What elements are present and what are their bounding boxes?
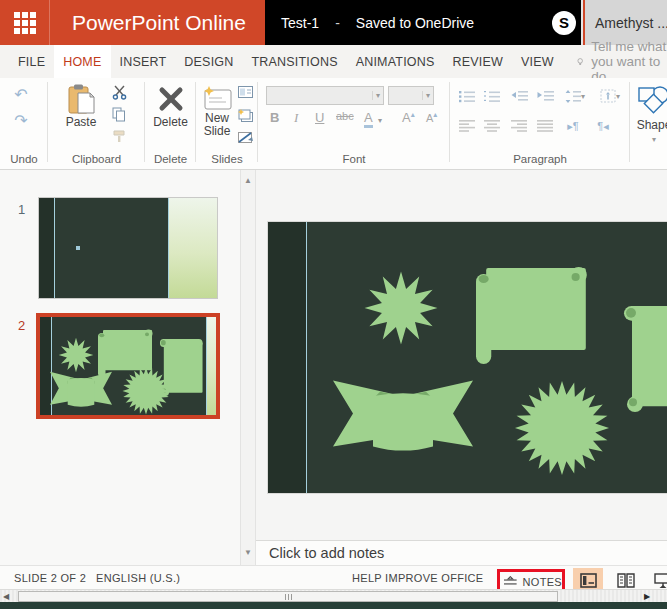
layout-icon[interactable] [236, 84, 254, 100]
duplicate-slide-icon[interactable] [236, 108, 254, 124]
save-status: Saved to OneDrive [356, 15, 474, 31]
text-direction-dropdown[interactable]: ▾ [596, 88, 624, 104]
slide-2-thumbnail-selected[interactable] [36, 313, 220, 419]
shape-button[interactable]: Shape ▾ [632, 84, 667, 146]
justify-icon[interactable] [536, 118, 554, 134]
app-launcher-button[interactable] [0, 0, 50, 45]
shrink-font-button[interactable]: A▴ [426, 110, 437, 124]
slide-1-small-mark [76, 246, 80, 250]
scroll-right-icon[interactable]: ▶ [644, 592, 650, 601]
scroll-left-icon[interactable]: ◀ [3, 592, 9, 601]
skype-button[interactable]: S [547, 0, 583, 45]
tab-animations[interactable]: ANIMATIONS [347, 45, 444, 78]
ltr-text-icon[interactable]: ▸¶ [564, 118, 582, 134]
language-status[interactable]: ENGLISH (U.S.) [96, 572, 180, 584]
numbering-icon[interactable] [483, 88, 501, 104]
group-font: ▾ ▾ B I U abc A ▾ A▴ A▴ Font [258, 78, 450, 169]
font-color-caret-icon[interactable]: ▾ [378, 116, 382, 125]
grow-font-button[interactable]: A▴ [402, 110, 415, 125]
app-bar: PowerPoint Online Test-1 - Saved to OneD… [0, 0, 667, 45]
strikethrough-button[interactable]: abc [336, 110, 354, 122]
slide-1-thumbnail[interactable] [38, 197, 218, 299]
font-size-dropdown[interactable]: ▾ [388, 86, 434, 105]
line-spacing-dropdown[interactable]: ▾ [562, 88, 588, 104]
slide-left-strip [268, 222, 306, 493]
horizontal-scrollbar[interactable]: ◀ ▶ [0, 589, 667, 602]
font-color-button[interactable]: A [364, 110, 373, 128]
tab-design[interactable]: DESIGN [175, 45, 242, 78]
new-slide-label: New Slide [199, 112, 235, 138]
group-label-undo: Undo [0, 153, 48, 165]
slide-guide-line [306, 222, 307, 493]
group-slides: New Slide Slides [196, 78, 258, 169]
paste-button[interactable]: Paste [58, 84, 104, 129]
italic-button[interactable]: I [294, 110, 298, 126]
font-name-dropdown[interactable]: ▾ [266, 86, 384, 105]
powerpoint-online-window: PowerPoint Online Test-1 - Saved to OneD… [0, 0, 667, 609]
horizontal-scroll-shape[interactable] [476, 262, 598, 368]
tab-insert[interactable]: INSERT [111, 45, 176, 78]
new-slide-button[interactable]: New Slide [198, 84, 236, 138]
align-right-icon[interactable] [510, 118, 528, 134]
scroll-down-icon[interactable]: ▼ [241, 548, 255, 557]
shapes-icon [636, 86, 667, 116]
thumb-banner-ribbon [50, 369, 112, 411]
slide-indicator: SLIDE 2 OF 2 [14, 572, 86, 584]
group-label-clipboard: Clipboard [48, 153, 145, 165]
notes-pane[interactable]: Click to add notes [256, 540, 667, 565]
tab-review[interactable]: REVIEW [444, 45, 513, 78]
app-launcher-grid-icon [14, 12, 36, 34]
app-title: PowerPoint Online [72, 0, 246, 45]
undo-icon[interactable]: ↶ [12, 86, 30, 102]
slide-canvas[interactable] [268, 222, 667, 493]
group-paragraph: ▾ ▾ ▸¶ ¶◂ Paragraph [450, 78, 630, 169]
align-left-icon[interactable] [458, 118, 476, 134]
thumb-star-24pt [122, 367, 170, 415]
vertical-scrollbar[interactable]: ▲ ▼ [240, 170, 256, 565]
redo-icon[interactable]: ↷ [12, 112, 30, 128]
tab-view[interactable]: VIEW [512, 45, 563, 78]
font-size-caret-icon: ▾ [422, 91, 433, 100]
star-24pt-shape[interactable] [514, 380, 610, 476]
tell-me-box[interactable]: Tell me what you want to do [577, 45, 667, 78]
workspace: 1 2 [0, 170, 667, 565]
slide-thumbnail-panel: 1 2 [0, 170, 240, 565]
group-label-delete: Delete [145, 153, 196, 165]
new-slide-icon [202, 86, 232, 110]
decrease-indent-icon[interactable] [510, 88, 528, 104]
bullets-icon[interactable] [458, 88, 476, 104]
vertical-scroll-shape[interactable] [620, 306, 667, 414]
horizontal-scroll-thumb[interactable] [18, 591, 558, 602]
rtl-text-icon[interactable]: ¶◂ [594, 118, 612, 134]
banner-ribbon-shape[interactable] [333, 375, 473, 459]
help-improve-office-link[interactable]: HELP IMPROVE OFFICE [352, 572, 483, 584]
group-undo: ↶ ↷ Undo [0, 78, 48, 169]
hide-slide-icon[interactable] [236, 130, 254, 146]
group-delete: Delete Delete [145, 78, 196, 169]
group-label-slides: Slides [196, 153, 258, 165]
delete-button[interactable]: Delete [148, 84, 193, 129]
slide-1-right-panel [168, 198, 217, 298]
tab-file[interactable]: FILE [0, 45, 54, 78]
cut-icon[interactable] [110, 84, 128, 100]
font-name-caret-icon: ▾ [372, 91, 383, 100]
bold-button[interactable]: B [270, 110, 279, 125]
paste-label: Paste [66, 115, 97, 129]
align-center-icon[interactable] [483, 118, 501, 134]
format-painter-icon[interactable] [110, 128, 128, 144]
slide-1-number: 1 [18, 202, 25, 217]
slide-1-guide-line [54, 198, 55, 298]
scroll-up-icon[interactable]: ▲ [241, 176, 255, 185]
group-label-paragraph: Paragraph [450, 153, 630, 165]
group-shape: Shape ▾ [630, 78, 667, 169]
notes-toggle-label: NOTES [523, 576, 562, 588]
slide-2-right-panel [206, 317, 216, 415]
tab-transitions[interactable]: TRANSITIONS [242, 45, 346, 78]
document-title[interactable]: Test-1 [281, 15, 319, 31]
underline-button[interactable]: U [315, 110, 324, 125]
increase-indent-icon[interactable] [536, 88, 554, 104]
shape-caret-icon: ▾ [652, 135, 656, 144]
star-12pt-shape[interactable] [363, 270, 439, 346]
copy-icon[interactable] [110, 106, 128, 122]
tab-home[interactable]: HOME [54, 45, 110, 78]
